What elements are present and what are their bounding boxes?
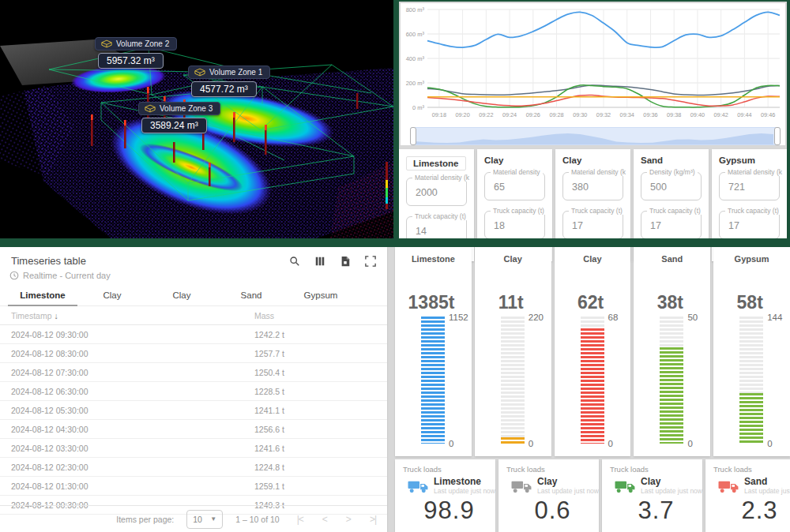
prev-page-button[interactable]: <: [322, 514, 327, 525]
gauge-max-label: 1152: [449, 313, 468, 322]
mass-cell: 1228.5 t: [254, 387, 284, 396]
config-input[interactable]: Truck capacity (t)17: [719, 211, 780, 239]
gauge-bar: [739, 317, 763, 444]
table-row[interactable]: 2024-08-12 04:30:001256.6 t: [0, 420, 387, 439]
table-row[interactable]: 2024-08-12 08:30:001257.7 t: [0, 344, 387, 363]
top-row: Volume Zone 25957.32 m³Volume Zone 14577…: [0, 0, 790, 238]
timestamp-cell: 2024-08-12 07:30:00: [11, 368, 88, 377]
material-config-title: Sand: [641, 155, 702, 165]
config-input[interactable]: Truck capacity (t)17: [641, 211, 702, 239]
truck-loads-card-sand: Truck loadsSandLast update just now2.3: [705, 459, 790, 532]
svg-text:09:32: 09:32: [596, 111, 611, 118]
truck-icon: [408, 478, 429, 494]
search-icon[interactable]: [289, 256, 300, 267]
truck-loads-value: 0.6: [506, 496, 599, 525]
material-config-title[interactable]: Limestone: [406, 156, 466, 170]
tab-gypsum-4[interactable]: Gypsum: [286, 287, 356, 305]
volume-zone-label[interactable]: Volume Zone 14577.72 m³: [188, 66, 270, 97]
gauge-min-label: 0: [529, 439, 533, 448]
gauge-fill: [581, 328, 604, 444]
config-input[interactable]: Truck capacity (t)17: [562, 211, 623, 239]
config-input[interactable]: Material density (k2000: [406, 178, 467, 206]
table-row[interactable]: 2024-08-12 09:30:001242.2 t: [0, 325, 387, 344]
timeseries-table-card: Timeseries table Realtime - Current day …: [0, 247, 387, 532]
items-per-page-select[interactable]: 10▼: [186, 510, 223, 529]
truck-loads-card-clay: Truck loadsClayLast update just now3.7: [602, 459, 702, 532]
config-input[interactable]: Material density65: [484, 172, 545, 200]
gauge-max-label: 220: [529, 313, 544, 322]
gauge-max-label: 144: [767, 313, 782, 322]
tab-limestone-0[interactable]: Limestone: [8, 287, 77, 306]
columns-icon[interactable]: [314, 256, 325, 267]
volume-zone-label[interactable]: Volume Zone 33589.24 m³: [138, 102, 220, 133]
stockpile-gauge-sand: Sand38t500: [634, 247, 710, 456]
tab-clay-2[interactable]: Clay: [147, 287, 216, 305]
gauge-bar: [421, 317, 445, 444]
gap: [387, 247, 395, 532]
timestamp-cell: 2024-08-12 02:30:00: [11, 463, 88, 472]
last-page-button[interactable]: >|: [370, 514, 376, 525]
range-handle-left[interactable]: [410, 127, 416, 145]
range-handle-right[interactable]: [774, 127, 781, 145]
zone-volume-value: 5957.32 m³: [98, 53, 164, 69]
stockpile-gauge-limestone: Limestone1385t11520: [395, 247, 472, 456]
tab-clay-1[interactable]: Clay: [77, 287, 147, 305]
svg-text:200 m³: 200 m³: [406, 80, 425, 87]
gauge-title: Limestone: [395, 247, 472, 264]
mass-cell: 1224.8 t: [254, 463, 284, 472]
config-input[interactable]: Material density (k380: [562, 172, 623, 200]
zone-name: Volume Zone 2: [116, 39, 169, 48]
truck-loads-label: Truck loads: [403, 465, 495, 474]
chart-range-selector[interactable]: [410, 127, 781, 145]
config-input-label: Truck capacity (t): [569, 207, 625, 215]
column-timestamp[interactable]: Timestamp↓: [11, 311, 58, 320]
config-input[interactable]: Truck capacity (t)18: [484, 211, 545, 239]
svg-text:600 m³: 600 m³: [406, 31, 425, 38]
volume-zone-label[interactable]: Volume Zone 25957.32 m³: [95, 37, 177, 69]
mass-cell: 1257.7 t: [254, 349, 284, 358]
export-file-icon[interactable]: [340, 256, 351, 267]
config-input[interactable]: Density (kg/m³)500: [641, 172, 702, 200]
stockpile-gauges-row: Limestone1385t11520Clay11t2200Clay62t680…: [395, 247, 790, 456]
material-config-title: Clay: [562, 155, 623, 165]
gauge-fill: [739, 393, 763, 444]
table-row[interactable]: 2024-08-12 07:30:001250.4 t: [0, 363, 387, 382]
truck-loads-value: 3.7: [610, 496, 702, 525]
table-row[interactable]: 2024-08-12 02:30:001224.8 t: [0, 458, 387, 477]
mass-cell: 1259.1 t: [254, 481, 284, 491]
gauge-min-label: 0: [687, 439, 692, 448]
gauge-min-label: 0: [449, 439, 453, 448]
truck-icon: [511, 478, 532, 494]
truck-loads-card-limestone: Truck loadsLimestoneLast update just now…: [395, 459, 495, 532]
gauge-bar: [501, 317, 525, 444]
column-mass[interactable]: Mass: [254, 311, 274, 320]
point-cloud-viewer[interactable]: Volume Zone 25957.32 m³Volume Zone 14577…: [0, 0, 393, 238]
table-row[interactable]: 2024-08-12 06:30:001228.5 t: [0, 382, 387, 401]
material-tabs: LimestoneClayClaySandGypsum: [0, 287, 387, 306]
cube-icon: [101, 39, 112, 48]
table-row[interactable]: 2024-08-12 05:30:001241.1 t: [0, 401, 387, 420]
fullscreen-icon[interactable]: [365, 256, 376, 267]
items-per-page-label: Items per page:: [116, 515, 174, 524]
gauge-bar: [660, 317, 683, 444]
mass-cell: 1256.6 t: [254, 425, 284, 434]
material-config-title: Clay: [484, 155, 545, 165]
zone-name: Volume Zone 3: [160, 104, 213, 113]
next-page-button[interactable]: >: [346, 514, 351, 525]
truck-icon: [615, 478, 636, 494]
svg-text:09:30: 09:30: [573, 111, 587, 118]
first-page-button[interactable]: |<: [297, 514, 303, 525]
svg-text:09:18: 09:18: [432, 111, 446, 118]
table-row[interactable]: 2024-08-12 01:30:001259.1 t: [0, 477, 387, 496]
stockpile-gauge-gypsum: Gypsum58t1440: [713, 247, 790, 456]
volume-panel: 0 m³200 m³400 m³600 m³800 m³09:1809:2009…: [399, 0, 790, 238]
stockpile-gauge-clay: Clay62t680: [555, 247, 631, 456]
config-input[interactable]: Material density (k721: [719, 172, 780, 200]
sort-desc-icon: ↓: [55, 311, 58, 320]
zone-volume-value: 3589.24 m³: [141, 118, 207, 133]
table-row[interactable]: 2024-08-12 03:30:001241.6 t: [0, 439, 387, 458]
truck-material: Clay: [641, 476, 702, 487]
tab-sand-3[interactable]: Sand: [216, 287, 286, 305]
gauge-title: Gypsum: [713, 247, 790, 264]
mass-cell: 1241.1 t: [254, 406, 284, 415]
